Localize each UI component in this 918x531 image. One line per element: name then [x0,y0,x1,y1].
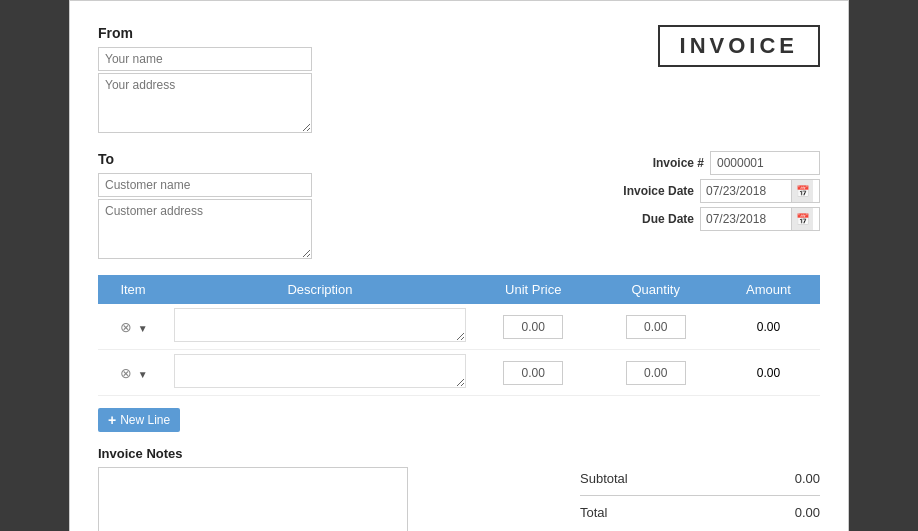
invoice-date-label: Invoice Date [604,184,694,198]
row2-amount-value: 0.00 [757,366,780,380]
row2-dropdown-arrow: ▼ [138,369,148,380]
row1-amount-value: 0.00 [757,320,780,334]
to-label: To [98,151,418,167]
row2-item: ⊗ ▼ [98,350,168,396]
invoice-num-row: Invoice # [604,151,820,175]
your-address-textarea[interactable] [98,73,312,133]
invoice-date-wrap: 📅 [700,179,820,203]
row1-quantity-input[interactable] [626,315,686,339]
total-row: Total 0.00 [580,502,820,523]
invoice-title: INVOICE [658,25,820,67]
row2-desc-textarea[interactable] [174,354,466,388]
due-date-label: Due Date [604,212,694,226]
row2-quantity [595,350,717,396]
invoice-date-icon[interactable]: 📅 [791,180,813,202]
row2-item-dropdown[interactable]: ▼ [138,369,148,380]
subtotal-row: Subtotal 0.00 [580,468,820,489]
row1-remove-button[interactable]: ⊗ [118,319,134,335]
plus-icon: + [108,412,116,428]
totals-divider [580,495,820,496]
invoice-num-input[interactable] [710,151,820,175]
to-right: Invoice # Invoice Date 📅 Due Date 📅 [604,151,820,231]
col-item: Item [98,275,168,304]
items-table: Item Description Unit Price Quantity Amo… [98,275,820,396]
notes-section: Invoice Notes [98,446,428,531]
row2-remove-button[interactable]: ⊗ [118,365,134,381]
subtotal-label: Subtotal [580,471,628,486]
row1-item: ⊗ ▼ [98,304,168,350]
to-left: To [98,151,418,259]
due-date-wrap: 📅 [700,207,820,231]
customer-name-input[interactable] [98,173,312,197]
row1-desc-textarea[interactable] [174,308,466,342]
from-section: From [98,25,418,133]
table-row: ⊗ ▼ 0.00 [98,304,820,350]
due-date-row: Due Date 📅 [604,207,820,231]
amount-paid-row: Amount Paid 0.00 [580,525,820,531]
invoice-num-label: Invoice # [614,156,704,170]
notes-label: Invoice Notes [98,446,428,461]
row2-amount: 0.00 [717,350,820,396]
row1-item-dropdown[interactable]: ▼ [138,323,148,334]
to-section: To Invoice # Invoice Date 📅 Due Date � [98,151,820,259]
from-label: From [98,25,418,41]
your-name-input[interactable] [98,47,312,71]
col-description: Description [168,275,472,304]
col-amount: Amount [717,275,820,304]
col-unit-price: Unit Price [472,275,595,304]
row2-unit-price-input[interactable] [503,361,563,385]
row2-description[interactable] [168,350,472,396]
invoice-date-input[interactable] [701,181,791,201]
notes-textarea[interactable] [98,467,408,531]
new-line-button[interactable]: + New Line [98,408,180,432]
table-row: ⊗ ▼ 0.00 [98,350,820,396]
due-date-input[interactable] [701,209,791,229]
invoice-page: From INVOICE To Invoice # Invoice Date 📅 [69,0,849,531]
row1-unit-price [472,304,595,350]
bottom-section: Invoice Notes Subtotal 0.00 Total 0.00 A… [98,446,820,531]
invoice-date-row: Invoice Date 📅 [604,179,820,203]
row2-unit-price [472,350,595,396]
new-line-label: New Line [120,413,170,427]
customer-address-textarea[interactable] [98,199,312,259]
row1-dropdown-arrow: ▼ [138,323,148,334]
subtotal-value: 0.00 [770,471,820,486]
totals-section: Subtotal 0.00 Total 0.00 Amount Paid 0.0… [580,468,820,531]
row1-amount: 0.00 [717,304,820,350]
due-date-icon[interactable]: 📅 [791,208,813,230]
row1-description[interactable] [168,304,472,350]
row2-quantity-input[interactable] [626,361,686,385]
col-quantity: Quantity [595,275,717,304]
total-label: Total [580,505,607,520]
top-section: From INVOICE [98,25,820,133]
row1-unit-price-input[interactable] [503,315,563,339]
row1-quantity [595,304,717,350]
total-value: 0.00 [770,505,820,520]
